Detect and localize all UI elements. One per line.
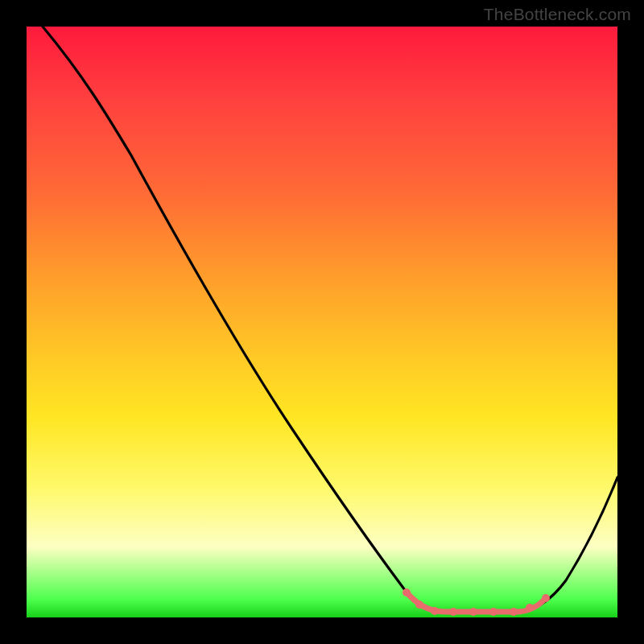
svg-point-5 xyxy=(489,608,497,616)
flat-zone-highlight xyxy=(402,588,550,616)
plot-area xyxy=(27,27,617,617)
chart-frame: TheBottleneck.com xyxy=(0,0,644,644)
svg-point-1 xyxy=(415,601,423,609)
bottleneck-curve xyxy=(27,27,617,617)
svg-point-6 xyxy=(510,608,518,616)
watermark-text: TheBottleneck.com xyxy=(484,5,631,24)
svg-point-0 xyxy=(402,588,411,597)
svg-point-3 xyxy=(449,608,457,616)
svg-point-2 xyxy=(431,607,439,615)
svg-point-8 xyxy=(542,594,550,602)
curve-main-path xyxy=(43,27,617,611)
svg-point-7 xyxy=(526,604,534,612)
svg-point-4 xyxy=(469,608,477,616)
